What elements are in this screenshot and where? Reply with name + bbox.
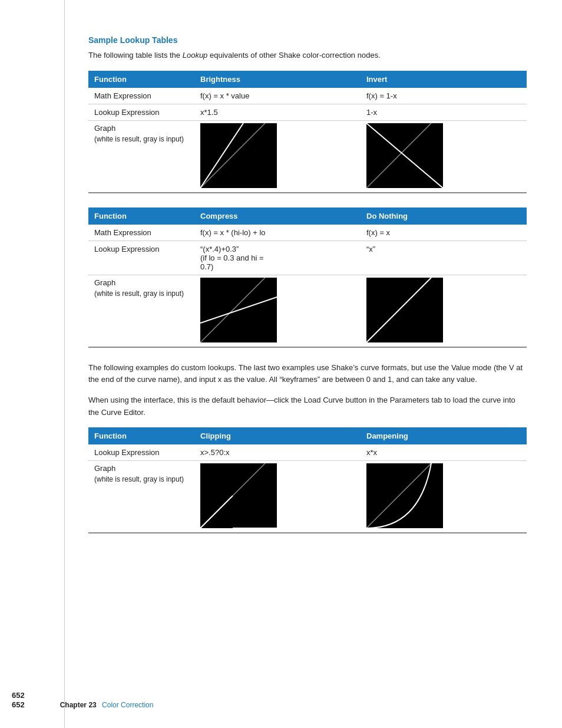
graph-label: Graph(white is result, gray is input): [88, 460, 194, 533]
graph-donothing: [366, 278, 443, 342]
paragraph-2: When using the interface, this is the de…: [88, 394, 527, 419]
svg-rect-11: [200, 463, 277, 528]
graph-dampening: [366, 463, 443, 528]
cell-value: 1-x: [361, 104, 527, 120]
table-row-graph: Graph(white is result, gray is input): [88, 460, 527, 533]
svg-rect-9: [366, 278, 443, 342]
table-row: Math Expression f(x) = x * (hi-lo) + lo …: [88, 225, 527, 241]
graph-dampening-cell: [361, 460, 527, 533]
row-label: Lookup Expression: [88, 241, 194, 275]
footer-chapter-label: Chapter 23 Color Correction: [60, 701, 154, 709]
graph-donothing-cell: [361, 275, 527, 347]
page-number: 652: [12, 691, 25, 700]
left-margin: 652: [0, 0, 65, 728]
col-header-brightness: Brightness: [194, 71, 361, 88]
table-row: Math Expression f(x) = x * value f(x) = …: [88, 88, 527, 104]
table-row-graph: Graph(white is result, gray is input): [88, 120, 527, 193]
table-row-graph: Graph(white is result, gray is input): [88, 275, 527, 347]
table-row: Lookup Expression “(x*.4)+0.3” (if lo = …: [88, 241, 527, 275]
row-label: Lookup Expression: [88, 444, 194, 461]
graph-clipping-cell: [194, 460, 361, 533]
cell-value: x*x: [361, 444, 527, 461]
footer-chapter-link: Color Correction: [102, 701, 153, 709]
col-header-clipping: Clipping: [194, 427, 361, 444]
footer-chapter-text: Chapter 23: [60, 701, 97, 709]
table-row: Lookup Expression x*1.5 1-x: [88, 104, 527, 120]
graph-brightness-cell: [194, 120, 361, 193]
svg-rect-0: [200, 123, 277, 188]
svg-rect-15: [366, 463, 443, 528]
graph-compress: [200, 278, 277, 342]
footer-page-number: 652: [12, 700, 25, 709]
col-header-function3: Function: [88, 427, 194, 444]
graph-clipping: [200, 463, 277, 528]
row-label: Math Expression: [88, 225, 194, 241]
cell-value: x*1.5: [194, 104, 361, 120]
col-header-dampening: Dampening: [361, 427, 527, 444]
graph-label: Graph(white is result, gray is input): [88, 275, 194, 347]
table-brightness-invert: Function Brightness Invert Math Expressi…: [88, 71, 527, 193]
paragraph-1: The following examples do custom lookups…: [88, 362, 527, 387]
cell-value: “(x*.4)+0.3” (if lo = 0.3 and hi = 0.7): [194, 241, 361, 275]
graph-invert: [366, 123, 443, 188]
col-header-compress: Compress: [194, 207, 361, 225]
graph-brightness: [200, 123, 277, 188]
col-header-function1: Function: [88, 71, 194, 88]
cell-value: f(x) = x: [361, 225, 527, 241]
intro-paragraph: The following table lists the Lookup equ…: [88, 50, 527, 61]
cell-value: f(x) = 1-x: [361, 88, 527, 104]
graph-label: Graph(white is result, gray is input): [88, 120, 194, 193]
graph-invert-cell: [361, 120, 527, 193]
row-label: Math Expression: [88, 88, 194, 104]
content-area: Sample Lookup Tables The following table…: [65, 0, 562, 728]
cell-value: f(x) = x * value: [194, 88, 361, 104]
cell-value: f(x) = x * (hi-lo) + lo: [194, 225, 361, 241]
table-clipping-dampening: Function Clipping Dampening Lookup Expre…: [88, 427, 527, 533]
row-label: Lookup Expression: [88, 104, 194, 120]
col-header-function2: Function: [88, 207, 194, 225]
graph-compress-cell: [194, 275, 361, 347]
cell-value: x>.5?0:x: [194, 444, 361, 461]
table-compress-donothing: Function Compress Do Nothing Math Expres…: [88, 207, 527, 348]
col-header-invert: Invert: [361, 71, 527, 88]
cell-value: “x”: [361, 241, 527, 275]
col-header-donothing: Do Nothing: [361, 207, 527, 225]
table-row: Lookup Expression x>.5?0:x x*x: [88, 444, 527, 461]
section-title: Sample Lookup Tables: [88, 35, 527, 45]
